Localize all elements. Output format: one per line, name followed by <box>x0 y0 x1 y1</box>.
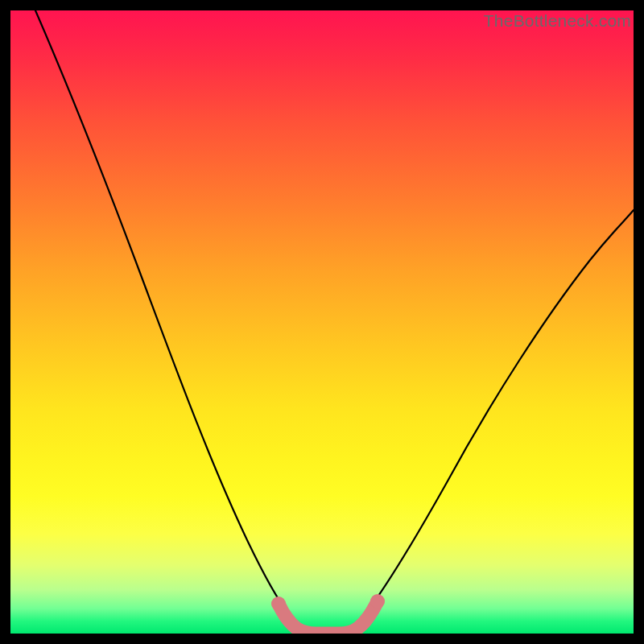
curve-overlay <box>10 10 634 634</box>
plot-area <box>10 10 634 634</box>
chart-frame: TheBottleneck.com <box>0 0 644 644</box>
optimal-zone-endpoint-right <box>370 594 385 609</box>
bottleneck-curve-line <box>35 10 634 632</box>
optimal-zone-line <box>279 601 378 634</box>
optimal-zone-endpoint-left <box>271 597 286 611</box>
watermark-text: TheBottleneck.com <box>484 11 631 31</box>
